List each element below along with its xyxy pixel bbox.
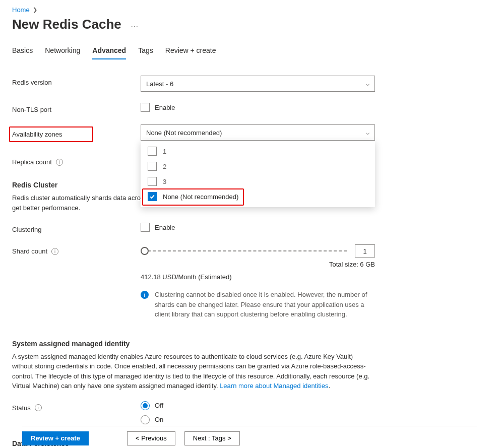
zone-2-label: 2 xyxy=(163,163,166,170)
tab-review-create[interactable]: Review + create xyxy=(165,46,216,59)
status-off-label: Off xyxy=(155,402,163,409)
status-on-radio-row[interactable]: On xyxy=(141,415,489,424)
non-tls-port-enable-label: Enable xyxy=(155,104,175,111)
previous-button[interactable]: < Previous xyxy=(127,431,175,445)
status-off-radio-row[interactable]: Off xyxy=(141,401,489,410)
tab-basics[interactable]: Basics xyxy=(12,46,33,59)
period-punct: . xyxy=(329,382,331,390)
estimated-cost-text: 412.18 USD/Month (Estimated) xyxy=(141,273,489,281)
label-status: Status xyxy=(12,404,31,412)
total-size-text: Total size: 6 GB xyxy=(141,261,375,268)
tab-networking[interactable]: Networking xyxy=(45,46,80,59)
info-icon[interactable]: i xyxy=(56,159,63,166)
clustering-note-text: Clustering cannot be disabled once it is… xyxy=(155,290,375,319)
clustering-checkbox[interactable] xyxy=(141,223,150,232)
zone-3-label: 3 xyxy=(163,178,166,185)
zone-none-label: None (Not recommended) xyxy=(163,193,238,201)
redis-version-select[interactable]: Latest - 6 ⌵ xyxy=(141,76,375,92)
chevron-down-icon: ⌵ xyxy=(366,80,369,87)
more-ellipsis-icon[interactable]: … xyxy=(131,20,139,29)
redis-cluster-desc-line1: Redis cluster automatically shards data … xyxy=(12,194,141,202)
next-tags-button[interactable]: Next : Tags > xyxy=(184,431,240,445)
shard-count-input[interactable] xyxy=(355,244,375,258)
managed-identity-learn-more-link[interactable]: Learn more about Managed identities xyxy=(220,382,328,390)
chevron-right-icon: ❯ xyxy=(33,7,37,13)
zone-none-checkbox[interactable] xyxy=(148,192,157,201)
footer-bar: Review + create < Previous Next : Tags > xyxy=(22,426,477,445)
info-icon: i xyxy=(141,291,149,299)
availability-zones-value: None (Not recommended) xyxy=(146,129,222,137)
breadcrumb-home-link[interactable]: Home xyxy=(12,6,30,14)
label-availability-zones: Availability zones xyxy=(9,126,93,142)
status-on-label: On xyxy=(155,416,163,423)
availability-zones-dropdown: 1 2 3 None (Not recommended) xyxy=(141,141,375,207)
tabs-bar: Basics Networking Advanced Tags Review +… xyxy=(12,46,489,59)
review-create-button[interactable]: Review + create xyxy=(22,431,89,445)
clustering-enable-label: Enable xyxy=(155,224,175,231)
zone-1-checkbox[interactable] xyxy=(148,147,157,156)
label-non-tls-port: Non-TLS port xyxy=(12,106,51,113)
non-tls-port-checkbox[interactable] xyxy=(141,103,150,112)
availability-zone-option-2[interactable]: 2 xyxy=(141,159,375,174)
tab-advanced[interactable]: Advanced xyxy=(92,46,126,59)
redis-version-value: Latest - 6 xyxy=(146,80,173,88)
zone-1-label: 1 xyxy=(163,148,166,155)
availability-zone-option-none[interactable]: None (Not recommended) xyxy=(141,189,375,204)
breadcrumb: Home ❯ xyxy=(12,6,489,14)
slider-thumb[interactable] xyxy=(141,247,149,255)
label-clustering: Clustering xyxy=(12,226,42,233)
status-off-radio[interactable] xyxy=(141,401,150,410)
tab-tags[interactable]: Tags xyxy=(138,46,153,59)
label-redis-version: Redis version xyxy=(12,79,52,86)
info-icon[interactable]: i xyxy=(35,404,42,411)
section-managed-identity-heading: System assigned managed identity xyxy=(12,340,489,348)
info-icon[interactable]: i xyxy=(51,248,58,255)
page-title: New Redis Cache xyxy=(12,17,121,32)
chevron-down-icon: ⌵ xyxy=(366,129,369,136)
label-shard-count: Shard count xyxy=(12,247,47,255)
shard-count-slider[interactable] xyxy=(141,250,347,252)
zone-3-checkbox[interactable] xyxy=(148,177,157,186)
status-on-radio[interactable] xyxy=(141,415,150,424)
availability-zone-option-1[interactable]: 1 xyxy=(141,144,375,159)
label-replica-count: Replica count xyxy=(12,158,52,166)
zone-2-checkbox[interactable] xyxy=(148,162,157,171)
availability-zone-option-3[interactable]: 3 xyxy=(141,174,375,189)
redis-cluster-desc-line2: get better performance. xyxy=(12,204,80,212)
availability-zones-select[interactable]: None (Not recommended) ⌵ xyxy=(141,124,375,141)
